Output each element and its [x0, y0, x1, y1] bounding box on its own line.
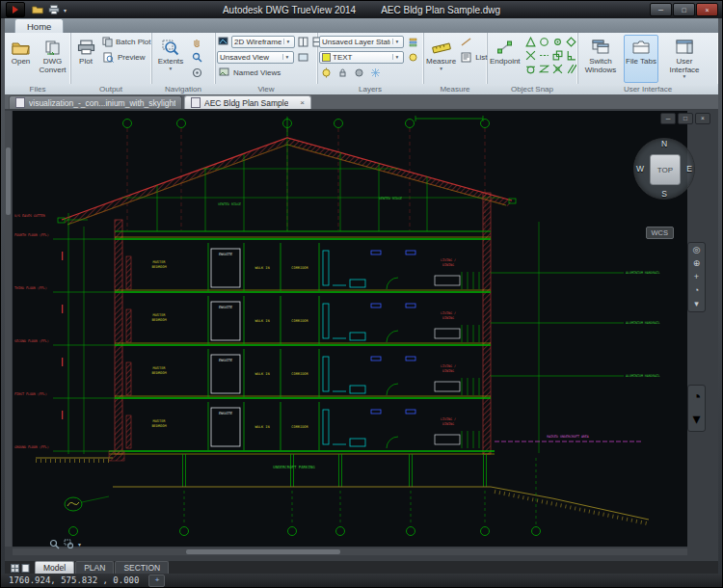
model-space-canvas[interactable]: MASTER BEDROOM ENSUITE WALK IN CORRIDOR [13, 111, 687, 547]
navigation-bar-extra: ◔ ▾ [687, 385, 706, 432]
tab-home[interactable]: Home [14, 18, 64, 33]
tab-plan[interactable]: PLAN [75, 561, 114, 574]
close-button[interactable]: × [696, 3, 718, 16]
navbar-more-icon[interactable]: ▾ [694, 300, 699, 308]
zoom-icon[interactable]: ⊕ [693, 259, 701, 268]
view-select[interactable]: Unsaved View ▾ [217, 51, 294, 64]
osnap-midpoint-button[interactable] [523, 35, 538, 49]
minimize-button[interactable]: ─ [650, 3, 672, 16]
drawing-minimize-button[interactable]: ─ [660, 113, 676, 124]
measure-button[interactable]: Measure ▾ [425, 35, 457, 83]
qat-open-button[interactable] [31, 4, 44, 15]
list-button[interactable]: List [459, 50, 487, 65]
viewcube-west[interactable]: W [636, 164, 644, 174]
coordinates-readout: 1760.924, 575.832 , 0.000 [9, 575, 139, 585]
zoom-realtime-button[interactable] [190, 50, 204, 65]
file-tab-aec-bldg-plan[interactable]: AEC Bldg Plan Sample × [184, 95, 311, 109]
osnap-insertion-button[interactable] [550, 48, 565, 63]
crosshair-toggle-button[interactable]: + [148, 575, 165, 587]
pan-icon[interactable]: + [694, 273, 699, 281]
navbar-extra-icon[interactable]: ◔ [692, 388, 702, 406]
qat-plot-button[interactable] [47, 4, 61, 15]
layer-on-button[interactable] [319, 66, 334, 80]
viewcube-top-face[interactable]: TOP [650, 154, 681, 185]
osnap-nearest-button[interactable] [537, 62, 551, 76]
zoom-extents-button[interactable]: Extents ▾ [153, 35, 188, 83]
tab-model[interactable]: Model [35, 561, 74, 574]
vertical-scroll-thumb[interactable] [6, 147, 11, 215]
panel-label-output: Output [70, 84, 151, 94]
ribbon-panel-view: 2D Wireframe ▾ Unsaved View ▾ Named View… [215, 33, 318, 94]
chevron-down-icon: ▾ [282, 54, 291, 60]
viewcube-north[interactable]: N [661, 139, 667, 148]
layer-select[interactable]: TEXT ▾ [319, 51, 404, 64]
osnap-intersection-button[interactable] [523, 48, 538, 63]
file-tab-visualization[interactable]: visualization_-_con...inium_with_skyligh… [9, 95, 182, 109]
app-logo-icon [13, 6, 18, 13]
osnap-parallel-button[interactable] [564, 62, 578, 76]
osnap-node-button[interactable] [550, 35, 565, 49]
named-views-button[interactable]: Named Views [217, 66, 315, 79]
batch-plot-button[interactable]: Batch Plot [101, 35, 149, 49]
osnap-grid [523, 35, 576, 83]
drawing-area: MASTER BEDROOM ENSUITE WALK IN CORRIDOR [5, 109, 718, 561]
osnap-quadrant-button[interactable] [564, 35, 578, 49]
layer-off-button[interactable] [352, 66, 366, 80]
file-tabs-button[interactable]: File Tabs [624, 35, 658, 83]
orbit-icon[interactable]: ◔ [694, 286, 699, 295]
layer-lock-button[interactable] [335, 66, 350, 80]
quick-measure-button[interactable] [459, 35, 473, 49]
viewcube[interactable]: N S W E TOP [633, 138, 695, 200]
endpoint-button[interactable]: Endpoint [489, 35, 522, 83]
cad-section-drawing: MASTER BEDROOM ENSUITE WALK IN CORRIDOR [13, 111, 687, 547]
navbar-extra-more-icon[interactable]: ▾ [692, 410, 700, 428]
printer-icon [48, 5, 60, 14]
zoom-window-icon[interactable] [64, 539, 74, 549]
layer-freeze-button[interactable] [406, 50, 420, 65]
storey-interiors [126, 243, 479, 450]
restore-view-button[interactable] [296, 50, 310, 65]
user-interface-button[interactable]: User Interface ▾ [662, 35, 707, 83]
vertical-scrollbar[interactable] [5, 111, 12, 547]
close-tab-icon[interactable]: × [295, 98, 305, 107]
viewcube-east[interactable]: E [686, 164, 692, 174]
qat-dropdown-icon[interactable]: ▾ [64, 7, 67, 13]
zoom-in-icon[interactable] [49, 539, 60, 549]
application-menu-button[interactable] [6, 2, 25, 17]
undercroft: UNDERCROFT PARKING [109, 451, 491, 487]
open-button[interactable]: Open [7, 35, 35, 83]
level-label: FOURTH FLOOR (FFL) [14, 233, 49, 237]
folder-icon [32, 5, 43, 14]
wcs-badge[interactable]: WCS [646, 227, 675, 239]
horizontal-scroll-thumb[interactable] [186, 549, 340, 554]
drawing-close-button[interactable]: × [695, 113, 710, 124]
layer-thaw-button[interactable] [368, 66, 383, 80]
layout-sheet-icon[interactable] [21, 564, 30, 573]
plot-button[interactable]: Plot [72, 35, 99, 83]
osnap-tangent-button[interactable] [523, 62, 538, 76]
osnap-center-button[interactable] [537, 35, 551, 49]
pan-button[interactable] [190, 35, 204, 49]
viewcube-south[interactable]: S [661, 189, 667, 199]
osnap-extension-button[interactable] [537, 48, 551, 63]
maximize-button[interactable]: □ [673, 3, 695, 16]
steering-wheel-button[interactable] [190, 66, 204, 80]
osnap-perpendicular-button[interactable] [564, 48, 578, 63]
layer-state-select[interactable]: Unsaved Layer State ▾ [319, 36, 404, 48]
steering-wheel-icon[interactable]: ◎ [693, 246, 701, 254]
layer-isolate-button[interactable] [406, 35, 420, 49]
drawing-restore-button[interactable]: □ [678, 113, 693, 124]
osnap-apparent-button[interactable] [550, 62, 565, 76]
preview-button[interactable]: Preview [101, 50, 149, 65]
tab-section[interactable]: SECTION [115, 561, 169, 574]
viewport-config-button[interactable] [297, 35, 309, 49]
dwg-convert-button[interactable]: DWG Convert [37, 35, 68, 83]
switch-windows-icon [592, 38, 609, 57]
zoom-tools-more-icon[interactable]: ▾ [78, 541, 81, 548]
layout-grid-icon[interactable] [11, 564, 19, 573]
roof: VENTED RIDGE VENTED RIDGE [58, 138, 516, 231]
ribbon-panel-layers: Unsaved Layer State ▾ TEXT ▾ [317, 33, 424, 94]
visual-style-select[interactable]: 2D Wireframe ▾ [231, 36, 295, 48]
switch-windows-button[interactable]: Switch Windows [581, 35, 620, 83]
horizontal-scrollbar[interactable] [13, 548, 687, 555]
